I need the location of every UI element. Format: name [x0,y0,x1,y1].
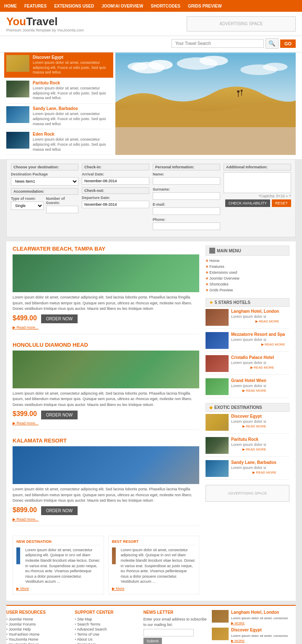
hotel-desc-3: Lorem ipsum dolor si [231,384,266,388]
user-res-3[interactable]: YouFashion Home [6,632,70,637]
sidebar-item-features[interactable]: Features [206,264,289,270]
best-resort-text: Lorem ipsum dolor sit amet, consectetur … [121,547,195,584]
footer-side-text-0: Lorem ipsum dolor sit amet, consectur [231,616,288,620]
hero-main-image [115,52,296,155]
reset-button[interactable]: RESET [272,199,291,207]
hero-item-0[interactable]: Discover Egypt Lorem ipsum dolor sit ame… [4,52,113,78]
surname-group: Surname: [153,187,220,200]
search-go-button[interactable]: GO [280,39,296,48]
header-ad-space: ADVERTISING SPACE [187,16,296,31]
arrival-input[interactable] [82,177,149,185]
checkin-section-title: Check-in: [82,164,149,170]
nav-features[interactable]: FEATURES [24,4,47,8]
support-4[interactable]: About Us [75,637,139,642]
booking-additional-col: Additional Information: *Captcha: 5+10 =… [224,164,291,233]
nav-extensions[interactable]: EXTENSIONS USED [54,4,94,8]
email-input[interactable] [153,207,220,215]
support-3[interactable]: Terms of Use [75,632,139,637]
destination-select[interactable]: News Item1 [11,177,78,186]
hotel-readmore-1[interactable]: ▶ READ MORE [231,343,285,346]
svg-point-7 [263,63,288,71]
user-res-1[interactable]: Joomla! Forums [6,622,70,627]
destination-item-0: CLEARWATER BEACH, TAMPA BAY Lorem ipsum … [13,246,199,334]
hotel-readmore-3[interactable]: ▶ READ MORE [231,389,266,393]
support-0[interactable]: Site Map [75,617,139,622]
hotel-readmore-2[interactable]: ▶ READ MORE [231,366,274,369]
sidebar-item-extensions[interactable]: Extensions used [206,270,289,275]
support-5[interactable]: Contact Us [75,642,139,644]
hotel-readmore-0[interactable]: ▶ READ MORE [231,319,279,323]
hero-item-title-2: Sandy Lane, Barbados [33,106,111,111]
search-input[interactable] [172,39,264,48]
additional-textarea[interactable] [224,172,291,193]
read-more-0[interactable]: ▶ Read more... [13,325,199,330]
order-button-1[interactable]: ORDER NOW [41,411,78,419]
newsletter-submit-button[interactable]: Submit [143,638,162,644]
exotic-readmore-0[interactable]: ▶ READ MORE [231,424,266,428]
read-more-2[interactable]: ▶ Read more... [13,517,199,521]
footer-side-thumb-0 [212,610,229,623]
arrival-group: Arrival Date: [82,172,149,185]
hero-svg [115,52,296,128]
hero-item-3[interactable]: Eden Rock Lorem ipsum dolor sit amet, co… [6,129,111,155]
order-button-0[interactable]: ORDER NOW [41,314,78,323]
check-availability-button[interactable]: CHECK AVAILABILITY [225,199,270,207]
exotic-thumb-0 [206,414,229,431]
user-resources-title: USER RESOURCES [6,610,70,615]
read-more-1[interactable]: ▶ Read more... [13,421,199,425]
new-dest-more[interactable]: ▶ More [16,586,100,591]
name-group: Name: [153,172,220,185]
footer-side-more-1[interactable]: ▶ MORE [231,639,245,643]
personal-section-title: Personal Information: [153,164,220,170]
newsletter-email-input[interactable] [143,629,194,636]
support-2[interactable]: Advanced Search [75,627,139,632]
sidebar-right: MAIN MENU Home Features Extensions used … [206,246,289,597]
search-icon-button[interactable]: 🔍 [266,38,279,49]
user-res-0[interactable]: Joomla! Home [6,617,70,622]
sidebar-item-joomlai[interactable]: Joomla! Overview [206,275,289,281]
hotel-name-1: Mezzatorre Resort and Spa [231,332,285,337]
hotel-desc-2: Lorem ipsum dolor si [231,361,274,365]
dest-price-1: $399.00 [13,410,37,418]
surname-input[interactable] [153,192,220,200]
user-res-5[interactable]: YouJoomla Forum [6,642,70,644]
new-dest-text: Lorem ipsum dolor sit amet, consectetur … [25,547,100,584]
additional-section-title: Additional Information: [224,164,291,170]
booking-dates-col: Check-in: Arrival Date: Check-out: Depar… [82,164,149,233]
hotel-item-3: Grand Hotel Wien Lorem ipsum dolor si ▶ … [206,378,289,398]
dest-price-row-0: $499.00 ORDER NOW [13,314,199,324]
user-resources-list: Joomla! Home Joomla! Forums Joomla! Help… [6,617,70,644]
hero-item-2[interactable]: Sandy Lane, Barbados Lorem ipsum dolor s… [6,104,111,129]
sidebar-item-shortcodes[interactable]: Shortcodes [206,281,289,287]
nav-grids[interactable]: GRIDS PREVIEW [188,4,222,8]
hero-item-text-2: Lorem ipsum dolor sit amet, consectetur … [33,112,111,126]
svg-point-10 [241,90,243,92]
order-button-2[interactable]: ORDER NOW [41,506,78,515]
guests-input[interactable] [46,206,79,213]
hotels-title: ★ 5 STARS HOTELS [206,298,289,307]
phone-input[interactable] [153,223,220,230]
user-res-2[interactable]: Joomla! Help [6,627,70,632]
sidebar-item-home[interactable]: Home [206,258,289,264]
footer-side-more-0[interactable]: ▶ MORE [231,621,245,625]
user-res-4[interactable]: YouJoomla Home [6,637,70,642]
nav-joomlai[interactable]: JOOM!AI OVERVIEW [102,4,143,8]
hotel-name-2: Cristallo Palace Hotel [231,355,274,360]
exotic-readmore-2[interactable]: ▶ READ MORE [231,471,276,474]
hero-thumb-0 [6,55,29,72]
sidebar-item-grids[interactable]: Grids Preview [206,287,289,293]
footer-links: USER RESOURCES Joomla! Home Joomla! Foru… [6,605,296,644]
dest-title-0: CLEARWATER BEACH, TAMPA BAY [13,246,199,252]
nav-home[interactable]: HOME [4,4,17,8]
best-resort-more[interactable]: ▶ More [112,586,196,591]
exotic-desc-1: Lorem ipsum dolor si [231,442,266,447]
exotic-readmore-1[interactable]: ▶ READ MORE [231,448,266,451]
nav-shortcodes[interactable]: SHORTCODES [151,4,180,8]
sidebar-ad-space: ADVERTISING SPACE [206,485,289,502]
name-input[interactable] [153,177,220,185]
departure-input[interactable] [82,201,149,208]
room-select[interactable]: Single [11,202,44,210]
support-title: SUPPORT CENTER [75,610,139,615]
hero-item-1[interactable]: Paritutu Rock Lorem ipsum dolor sit amet… [6,78,111,104]
support-1[interactable]: Search Terms [75,622,139,627]
